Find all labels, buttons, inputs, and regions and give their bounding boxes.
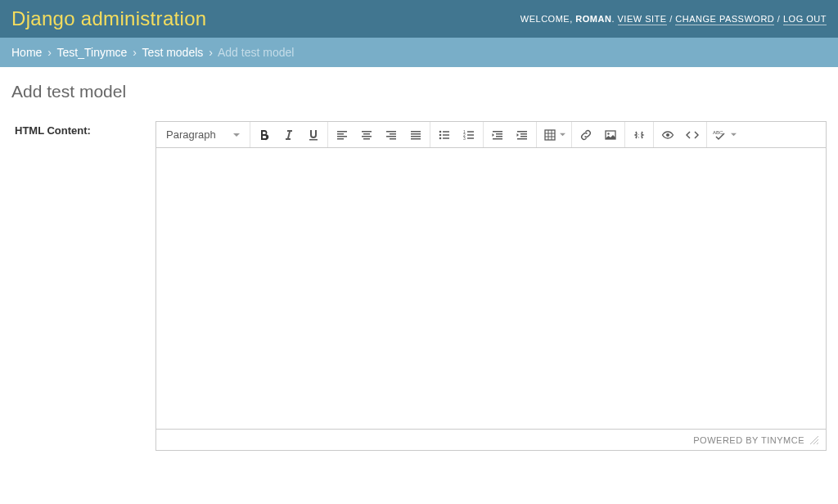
- image-button[interactable]: [598, 123, 623, 147]
- toolbar-group-align: [328, 122, 430, 147]
- code-icon: [686, 128, 699, 142]
- breadcrumb-sep: ›: [130, 46, 139, 59]
- powered-by-label[interactable]: POWERED BY TINYMCE: [693, 435, 804, 445]
- breadcrumb-app[interactable]: Test_Tinymce: [57, 46, 128, 59]
- breadcrumb: Home › Test_Tinymce › Test models › Add …: [0, 38, 838, 67]
- resize-handle-icon[interactable]: [809, 435, 819, 445]
- indent-icon: [516, 128, 529, 142]
- italic-icon: [282, 128, 295, 142]
- table-button[interactable]: [538, 123, 570, 147]
- align-center-icon: [360, 128, 373, 142]
- align-right-button[interactable]: [379, 123, 403, 147]
- indent-button[interactable]: [510, 123, 534, 147]
- link-icon: [579, 128, 592, 142]
- align-right-icon: [385, 128, 398, 142]
- spellcheck-button[interactable]: ABC: [709, 123, 740, 147]
- logout-link[interactable]: LOG OUT: [783, 14, 827, 25]
- svg-point-0: [439, 130, 442, 133]
- user-links: WELCOME, ROMAN. VIEW SITE / CHANGE PASSW…: [520, 14, 827, 24]
- editor-content-area[interactable]: [156, 148, 826, 429]
- content: Add test model HTML Content: Paragraph: [0, 67, 838, 467]
- html-content-label: HTML Content:: [11, 121, 155, 137]
- period: .: [611, 14, 615, 24]
- format-select[interactable]: Paragraph: [158, 123, 248, 147]
- bullet-list-icon: [438, 128, 451, 142]
- codesample-icon: ;: [633, 128, 646, 142]
- align-justify-button[interactable]: [403, 123, 428, 147]
- form-row-html-content: HTML Content: Paragraph: [11, 121, 827, 451]
- page-title: Add test model: [11, 82, 827, 101]
- svg-point-10: [666, 133, 669, 137]
- toolbar-group-spell: ABC: [707, 122, 741, 147]
- toolbar-group-lists: 123: [430, 122, 484, 147]
- breadcrumb-sep: ›: [45, 46, 54, 59]
- html-content-field: Paragraph: [155, 121, 827, 451]
- change-password-link[interactable]: CHANGE PASSWORD: [675, 14, 774, 25]
- spellcheck-icon: ABC: [713, 128, 728, 142]
- underline-icon: [307, 128, 320, 142]
- bold-button[interactable]: [252, 123, 277, 147]
- align-justify-icon: [409, 128, 422, 142]
- tinymce-editor: Paragraph: [155, 121, 827, 451]
- svg-text:ABC: ABC: [713, 130, 723, 135]
- svg-rect-6: [545, 130, 555, 140]
- svg-text:3: 3: [463, 135, 466, 140]
- bold-icon: [258, 128, 271, 142]
- welcome-text: WELCOME,: [520, 14, 573, 24]
- align-left-icon: [336, 128, 349, 142]
- numbered-list-button[interactable]: 123: [457, 123, 481, 147]
- svg-point-8: [607, 133, 609, 134]
- site-branding[interactable]: Django administration: [11, 7, 206, 30]
- breadcrumb-final: Add test model: [218, 46, 294, 59]
- table-icon: [543, 128, 556, 142]
- bullet-list-button[interactable]: [432, 123, 457, 147]
- toolbar-group-view: [654, 122, 707, 147]
- outdent-button[interactable]: [485, 123, 510, 147]
- admin-header: Django administration WELCOME, ROMAN. VI…: [0, 0, 838, 38]
- link-button[interactable]: [574, 123, 598, 147]
- svg-point-2: [439, 137, 442, 139]
- view-site-link[interactable]: VIEW SITE: [618, 14, 667, 25]
- chevron-down-icon: [560, 132, 565, 137]
- breadcrumb-sep: ›: [206, 46, 215, 59]
- svg-text:;: ;: [638, 133, 640, 138]
- toolbar-group-textstyle: [250, 122, 328, 147]
- align-center-button[interactable]: [354, 123, 379, 147]
- toolbar-group-indent: [484, 122, 537, 147]
- toolbar-group-insert: [572, 122, 625, 147]
- preview-button[interactable]: [656, 123, 680, 147]
- italic-button[interactable]: [277, 123, 301, 147]
- username: ROMAN: [575, 14, 611, 24]
- code-button[interactable]: [680, 123, 705, 147]
- format-select-value: Paragraph: [166, 128, 216, 141]
- image-icon: [604, 128, 617, 142]
- codesample-button[interactable]: ;: [627, 123, 651, 147]
- outdent-icon: [491, 128, 504, 142]
- toolbar-group-format: Paragraph: [156, 122, 250, 147]
- eye-icon: [661, 128, 674, 142]
- svg-point-1: [439, 133, 442, 136]
- chevron-down-icon: [731, 132, 737, 137]
- breadcrumb-model[interactable]: Test models: [142, 46, 204, 59]
- chevron-down-icon: [233, 132, 240, 138]
- numbered-list-icon: 123: [462, 128, 475, 142]
- editor-toolbar: Paragraph: [156, 122, 826, 148]
- toolbar-group-code: ;: [625, 122, 654, 147]
- underline-button[interactable]: [301, 123, 326, 147]
- editor-status-bar: POWERED BY TINYMCE: [156, 429, 826, 450]
- align-left-button[interactable]: [330, 123, 354, 147]
- breadcrumb-home[interactable]: Home: [11, 46, 42, 59]
- separator: /: [777, 14, 783, 24]
- toolbar-group-table: [537, 122, 572, 147]
